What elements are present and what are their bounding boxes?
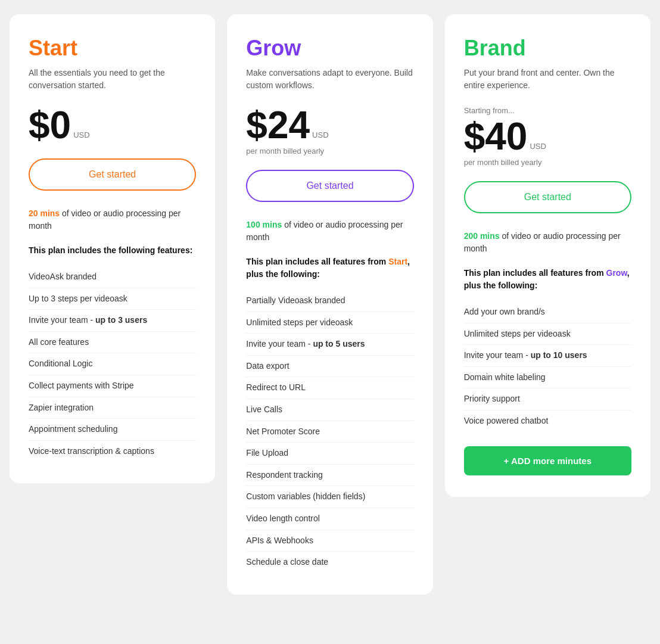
feature-list-grow: Partially Videoask brandedUnlimited step… [246,290,413,573]
feature-item-grow-4: Redirect to URL [246,377,413,399]
feature-item-start-2: Invite your team - up to 3 users [29,310,196,332]
feature-item-brand-2: Invite your team - up to 10 users [464,345,631,367]
feature-item-brand-4: Priority support [464,388,631,410]
price-amount-start: $0 [29,106,71,144]
price-amount-brand: $40 [464,117,528,155]
feature-item-brand-3: Domain white labeling [464,367,631,389]
price-row-grow: $24 USD [246,106,413,144]
minutes-amount-brand: 200 mins [464,231,500,241]
plan-description-start: All the essentials you need to get the c… [29,67,196,92]
feature-item-start-3: All core features [29,332,196,354]
starting-from-brand: Starting from... [464,106,631,115]
plan-card-start: StartAll the essentials you need to get … [10,14,215,483]
feature-item-brand-5: Voice powered chatbot [464,410,631,432]
plan-description-grow: Make conversations adapt to everyone. Bu… [246,67,413,92]
plan-description-brand: Put your brand front and center. Own the… [464,67,631,92]
features-header-grow: This plan includes all features from Sta… [246,256,413,281]
get-started-button-grow[interactable]: Get started [246,170,413,202]
feature-item-grow-0: Partially Videoask branded [246,290,413,312]
feature-item-grow-7: File Upload [246,443,413,465]
plan-card-brand: BrandPut your brand front and center. Ow… [445,14,650,497]
feature-item-grow-10: Video length control [246,508,413,530]
price-period-grow: per month billed yearly [246,147,413,155]
feature-item-grow-9: Custom variables (hidden fields) [246,486,413,508]
get-started-button-brand[interactable]: Get started [464,181,631,213]
price-currency-brand: USD [530,142,546,151]
features-header-ref-brand: Grow [606,268,627,278]
minutes-note-start: 20 mins of video or audio processing per… [29,207,196,232]
plans-container: StartAll the essentials you need to get … [10,14,650,595]
feature-item-grow-3: Data export [246,356,413,378]
minutes-amount-grow: 100 mins [246,220,282,229]
price-row-start: $0 USD [29,106,196,144]
price-amount-grow: $24 [246,106,310,144]
price-row-brand: $40 USD [464,117,631,155]
feature-item-brand-1: Unlimited steps per videoask [464,323,631,346]
feature-item-grow-11: APIs & Webhooks [246,530,413,552]
minutes-amount-start: 20 mins [29,209,60,218]
feature-item-brand-0: Add your own brand/s [464,301,631,323]
add-minutes-button-brand[interactable]: + ADD more minutes [464,446,631,475]
features-header-ref-grow: Start [388,257,407,266]
plan-title-grow: Grow [246,36,413,61]
feature-item-grow-8: Respondent tracking [246,465,413,487]
feature-item-grow-2: Invite your team - up to 5 users [246,334,413,356]
feature-item-grow-5: Live Calls [246,399,413,421]
feature-item-start-8: Voice-text transcription & captions [29,441,196,462]
plan-card-grow: GrowMake conversations adapt to everyone… [227,14,432,595]
feature-list-brand: Add your own brand/sUnlimited steps per … [464,301,631,432]
feature-item-start-5: Collect payments with Stripe [29,375,196,397]
feature-item-start-0: VideoAsk branded [29,266,196,288]
plan-title-start: Start [29,36,196,61]
minutes-note-grow: 100 mins of video or audio processing pe… [246,219,413,244]
get-started-button-start[interactable]: Get started [29,158,196,191]
feature-item-start-4: Conditional Logic [29,353,196,375]
price-currency-start: USD [73,130,89,139]
feature-item-grow-12: Schedule a close date [246,552,413,573]
features-header-brand: This plan includes all features from Gro… [464,267,631,292]
feature-item-start-7: Appointment scheduling [29,419,196,441]
feature-item-start-6: Zapier integration [29,397,196,419]
feature-item-grow-6: Net Promoter Score [246,421,413,443]
price-currency-grow: USD [312,130,328,139]
feature-item-start-1: Up to 3 steps per videoask [29,288,196,310]
features-header-start: This plan includes the following feature… [29,244,196,257]
feature-item-grow-1: Unlimited steps per videoask [246,312,413,334]
plan-title-brand: Brand [464,36,631,61]
minutes-note-brand: 200 mins of video or audio processing pe… [464,230,631,255]
feature-list-start: VideoAsk brandedUp to 3 steps per videoa… [29,266,196,462]
price-period-brand: per month billed yearly [464,158,631,167]
